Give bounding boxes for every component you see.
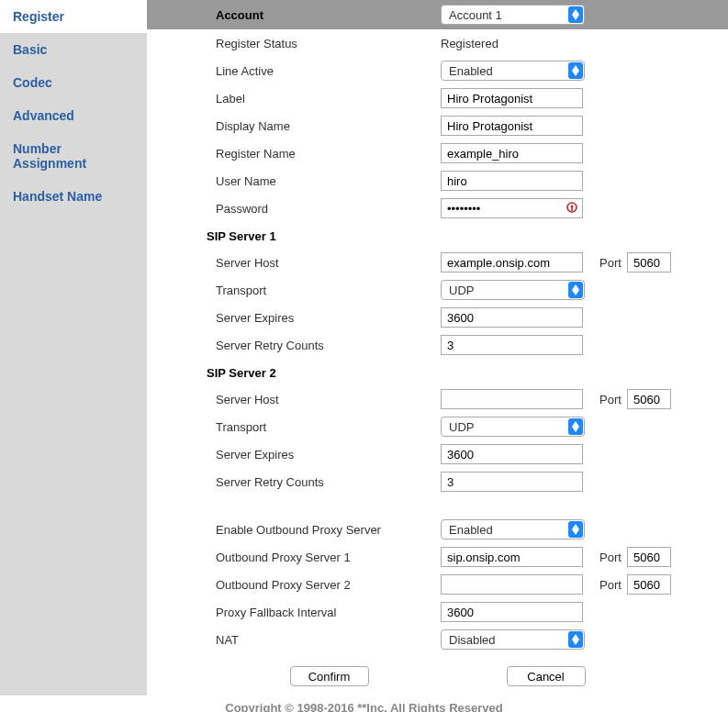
proxy-fallback-input[interactable] (441, 602, 583, 622)
register-name-input[interactable] (441, 143, 583, 163)
sip2-expires-label: Server Expires (216, 448, 441, 462)
confirm-button[interactable]: Confirm (290, 666, 369, 686)
user-name-input[interactable] (441, 171, 583, 191)
svg-rect-2 (571, 207, 573, 211)
nat-value: Disabled (449, 633, 496, 647)
proxy2-label: Outbound Proxy Server 2 (216, 578, 441, 592)
proxy2-port-input[interactable] (627, 574, 671, 595)
register-name-label: Register Name (216, 147, 441, 161)
sip2-host-input[interactable] (441, 389, 583, 409)
password-input[interactable] (441, 198, 583, 218)
sip1-retry-input[interactable] (441, 335, 583, 355)
proxy2-port-label: Port (590, 578, 620, 592)
nat-select[interactable]: Disabled (441, 629, 585, 650)
proxy-enable-select[interactable]: Enabled (441, 519, 585, 540)
sip2-host-label: Server Host (216, 393, 441, 406)
sidebar-item-register[interactable]: Register (0, 0, 147, 33)
account-header-row: Account Account 1 (147, 0, 728, 29)
updown-icon (568, 6, 583, 23)
sidebar-item-basic[interactable]: Basic (0, 33, 147, 66)
sidebar: Register Basic Codec Advanced Number Ass… (0, 0, 147, 695)
sip1-host-input[interactable] (441, 252, 583, 273)
sip2-transport-value: UDP (449, 420, 474, 434)
sip1-transport-label: Transport (216, 284, 441, 297)
sip2-retry-input[interactable] (441, 472, 583, 492)
sip2-retry-label: Server Retry Counts (216, 475, 441, 489)
account-select[interactable]: Account 1 (441, 5, 585, 25)
sidebar-item-number-assignment[interactable]: Number Assignment (0, 132, 147, 180)
proxy-enable-label: Enable Outbound Proxy Server (216, 523, 441, 537)
proxy-enable-value: Enabled (449, 523, 493, 537)
sip1-expires-label: Server Expires (216, 311, 441, 325)
sidebar-item-handset-name[interactable]: Handset Name (0, 180, 147, 213)
sip1-expires-input[interactable] (441, 307, 583, 328)
password-label: Password (216, 202, 441, 216)
label-input[interactable] (441, 88, 583, 108)
svg-point-1 (571, 206, 574, 208)
proxy1-input[interactable] (441, 547, 583, 567)
updown-icon (568, 62, 583, 79)
line-active-value: Enabled (449, 64, 493, 78)
nat-label: NAT (216, 633, 441, 647)
sip2-port-label: Port (590, 393, 620, 406)
sip1-transport-value: UDP (449, 284, 474, 297)
account-label: Account (216, 8, 441, 22)
sip2-expires-input[interactable] (441, 444, 583, 464)
register-status-label: Register Status (216, 37, 441, 50)
proxy1-port-input[interactable] (627, 547, 671, 567)
label-label: Label (216, 92, 441, 106)
sip1-port-label: Port (590, 256, 620, 270)
updown-icon (568, 521, 583, 538)
line-active-label: Line Active (216, 64, 441, 78)
cancel-button[interactable]: Cancel (507, 666, 586, 686)
proxy-fallback-label: Proxy Fallback Interval (216, 606, 441, 619)
updown-icon (568, 282, 583, 298)
proxy1-label: Outbound Proxy Server 1 (216, 551, 441, 564)
sip2-port-input[interactable] (627, 389, 671, 409)
sip1-transport-select[interactable]: UDP (441, 280, 585, 300)
register-status-value: Registered (441, 37, 498, 50)
proxy1-port-label: Port (590, 551, 620, 564)
line-active-select[interactable]: Enabled (441, 61, 585, 81)
account-select-value: Account 1 (449, 8, 502, 22)
updown-icon (568, 631, 583, 648)
main-panel: Account Account 1 Register Status Regist… (147, 0, 728, 695)
sip1-title: SIP Server 1 (147, 222, 728, 249)
display-name-input[interactable] (441, 116, 583, 136)
proxy2-input[interactable] (441, 574, 583, 595)
footer-copyright: Copyright © 1998-2016 **Inc. All Rights … (0, 695, 728, 712)
sidebar-item-advanced[interactable]: Advanced (0, 99, 147, 132)
sip2-transport-select[interactable]: UDP (441, 417, 585, 437)
user-name-label: User Name (216, 174, 441, 188)
sip1-port-input[interactable] (627, 252, 671, 273)
sip2-transport-label: Transport (216, 420, 441, 434)
sip2-title: SIP Server 2 (147, 359, 728, 385)
sip1-host-label: Server Host (216, 256, 441, 270)
sip1-retry-label: Server Retry Counts (216, 339, 441, 352)
display-name-label: Display Name (216, 119, 441, 133)
sidebar-item-codec[interactable]: Codec (0, 66, 147, 99)
updown-icon (568, 418, 583, 435)
key-icon (565, 201, 579, 216)
